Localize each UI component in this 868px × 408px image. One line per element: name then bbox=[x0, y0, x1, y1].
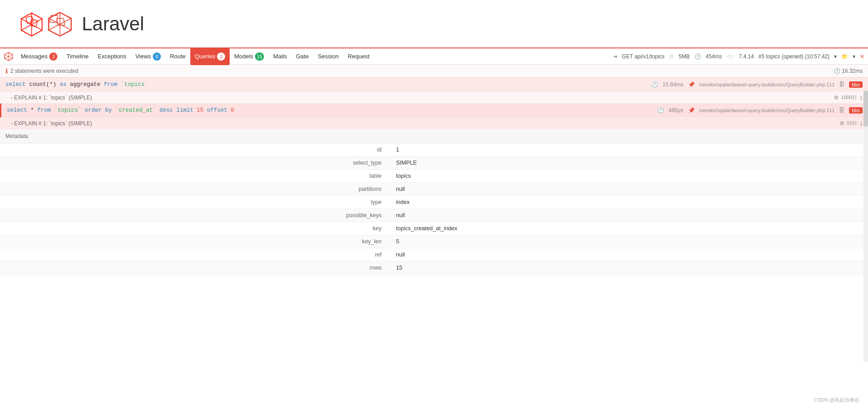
explain-2-label: - EXPLAIN # 1: `topics` (SIMPLE) bbox=[11, 120, 92, 127]
statements-info: 2 statements were executed bbox=[10, 68, 78, 74]
query-2-time: 480μs bbox=[669, 107, 684, 114]
metadata-value: SIMPLE bbox=[391, 157, 868, 170]
main-content: ℹ 2 statements were executed 🕐 16.32ms s… bbox=[0, 65, 868, 275]
clock-icon-1: 🕐 bbox=[651, 81, 658, 88]
metadata-row: refnull bbox=[0, 248, 868, 261]
metadata-row: partitionsnull bbox=[0, 183, 868, 196]
metadata-value: index bbox=[391, 196, 868, 209]
nav-item-session[interactable]: Session bbox=[313, 48, 343, 65]
query-2-sql: select * from `topics` order by `created… bbox=[7, 107, 234, 114]
explain-1-label: - EXPLAIN # 1: `topics` (SIMPLE) bbox=[11, 95, 92, 101]
metadata-key: type bbox=[0, 196, 391, 209]
info-left: ℹ 2 statements were executed bbox=[5, 67, 78, 75]
metadata-key: key bbox=[0, 222, 391, 235]
query-row-2[interactable]: select * from `topics` order by `created… bbox=[0, 104, 868, 118]
query-1-file: /vendor/spatie/laravel-query-builder/src… bbox=[699, 82, 835, 87]
query-2-meta: 🕐 480μs 📌 /vendor/spatie/laravel-query-b… bbox=[657, 107, 863, 114]
metadata-row: key_len5 bbox=[0, 235, 868, 248]
explain-row-2: - EXPLAIN # 1: `topics` (SIMPLE) ⊞ 15行 1 bbox=[0, 118, 868, 129]
metadata-row: keytopics_created_at_index bbox=[0, 222, 868, 235]
time-info: 454ms bbox=[706, 53, 722, 60]
metadata-value: null bbox=[391, 209, 868, 222]
metadata-row: typeindex bbox=[0, 196, 868, 209]
topic-info: #5 topics (opened) (10:57:42) bbox=[759, 53, 830, 60]
info-icon: ℹ bbox=[5, 67, 8, 75]
queries-badge: 2 bbox=[217, 52, 225, 61]
nav-item-models[interactable]: Models 15 bbox=[230, 48, 269, 65]
metadata-value: topics_created_at_index bbox=[391, 222, 868, 235]
metadata-value: topics bbox=[391, 170, 868, 183]
route-method: GET api/v1/topics bbox=[622, 53, 665, 60]
nav-item-request[interactable]: Request bbox=[343, 48, 374, 65]
nav-item-exceptions[interactable]: Exceptions bbox=[93, 48, 131, 65]
metadata-row: id1 bbox=[0, 143, 868, 157]
close-icon[interactable]: ✕ bbox=[860, 53, 864, 60]
metadata-value: 1 bbox=[391, 143, 868, 157]
query-1-header: select count(*) as aggregate from `topic… bbox=[0, 78, 868, 91]
metadata-key: id bbox=[0, 143, 391, 157]
explain-row-1: - EXPLAIN # 1: `topics` (SIMPLE) ⊞ 1000行… bbox=[0, 92, 868, 104]
metadata-value: 15 bbox=[391, 261, 868, 275]
query-1-db: bbs bbox=[849, 81, 863, 88]
db-icon-1: 🗄 bbox=[839, 81, 844, 88]
query-1-meta: 🕐 15.84ms 📌 /vendor/spatie/laravel-query… bbox=[651, 81, 863, 88]
query-2-header: select * from `topics` order by `created… bbox=[1, 104, 868, 117]
metadata-row: select_typeSIMPLE bbox=[0, 157, 868, 170]
metadata-key: select_type bbox=[0, 157, 391, 170]
explain-2-rows: 15行 bbox=[847, 120, 857, 127]
explain-1-count: 1 bbox=[860, 95, 863, 100]
query-row-1[interactable]: select count(*) as aggregate from `topic… bbox=[0, 78, 868, 92]
table-icon-2: ⊞ bbox=[840, 120, 844, 126]
nav-item-mails[interactable]: Mails bbox=[269, 48, 291, 65]
metadata-key: table bbox=[0, 170, 391, 183]
explain-2-count: 1 bbox=[860, 121, 863, 126]
laravel-logo-main bbox=[45, 9, 75, 38]
metadata-key: partitions bbox=[0, 183, 391, 196]
query-1-sql: select count(*) as aggregate from `topic… bbox=[5, 81, 148, 88]
nav-item-timeline[interactable]: Timeline bbox=[62, 48, 93, 65]
nav-item-queries[interactable]: Queries 2 bbox=[190, 48, 230, 65]
php-version: 7.4.14 bbox=[739, 53, 754, 60]
metadata-key: possible_keys bbox=[0, 209, 391, 222]
laravel-logo-icon bbox=[18, 10, 45, 38]
svg-line-5 bbox=[60, 19, 71, 24]
route-arrow-icon: ➜ bbox=[613, 53, 618, 60]
navbar: Messages 3 Timeline Exceptions Views 0 R… bbox=[0, 47, 868, 65]
dropdown-icon[interactable]: ▾ bbox=[834, 53, 837, 60]
nav-right-info: ➜ GET api/v1/topics ⚙ 5MB 🕐 454ms </> 7.… bbox=[613, 53, 864, 60]
metadata-row: rows15 bbox=[0, 261, 868, 275]
metadata-value: null bbox=[391, 183, 868, 196]
clock-icon-2: 🕐 bbox=[657, 107, 664, 114]
db-icon-2: 🗄 bbox=[839, 107, 844, 114]
metadata-section-header: Metadata bbox=[0, 129, 868, 143]
svg-rect-0 bbox=[26, 16, 33, 24]
download-icon[interactable]: ▾ bbox=[853, 53, 855, 60]
memory-info: 5MB bbox=[679, 53, 690, 60]
nav-item-messages[interactable]: Messages 3 bbox=[16, 48, 62, 65]
logo-area: Laravel bbox=[0, 0, 868, 47]
views-badge: 0 bbox=[153, 52, 161, 61]
metadata-key: key_len bbox=[0, 235, 391, 248]
metadata-key: ref bbox=[0, 248, 391, 261]
explain-2-meta: ⊞ 15行 1 bbox=[840, 120, 863, 127]
nav-laravel-icon bbox=[4, 52, 14, 62]
messages-badge: 3 bbox=[49, 52, 57, 61]
pin-icon-2: 📌 bbox=[688, 107, 695, 114]
query-2-file: /vendor/spatie/laravel-query-builder/src… bbox=[699, 108, 835, 113]
metadata-value: 5 bbox=[391, 235, 868, 248]
info-bar: ℹ 2 statements were executed 🕐 16.32ms bbox=[0, 65, 868, 78]
nav-item-views[interactable]: Views 0 bbox=[131, 48, 165, 65]
table-icon-1: ⊞ bbox=[834, 95, 838, 100]
pin-icon-1: 📌 bbox=[688, 81, 695, 88]
total-time: 🕐 16.32ms bbox=[834, 68, 863, 74]
scrollbar-thumb[interactable] bbox=[863, 90, 868, 127]
metadata-row: possible_keysnull bbox=[0, 209, 868, 222]
query-2-db: bbs bbox=[849, 107, 863, 114]
explain-1-meta: ⊞ 1000行 1 bbox=[834, 94, 863, 101]
folder-icon[interactable]: 📁 bbox=[841, 53, 848, 60]
scrollbar-track[interactable] bbox=[863, 90, 868, 275]
query-1-time: 15.84ms bbox=[663, 81, 684, 88]
metadata-row: tabletopics bbox=[0, 170, 868, 183]
nav-item-gate[interactable]: Gate bbox=[292, 48, 313, 65]
nav-item-route[interactable]: Route bbox=[165, 48, 190, 65]
